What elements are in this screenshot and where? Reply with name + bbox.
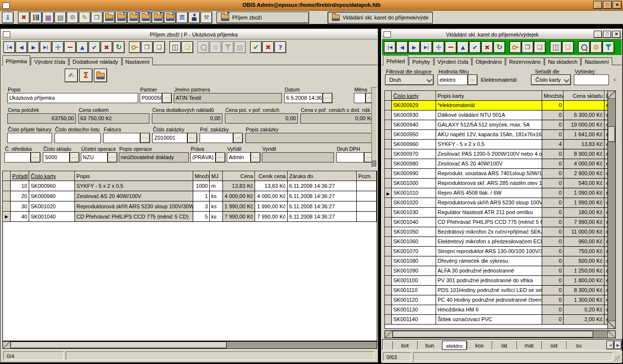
column-header-mj[interactable]: MJ — [210, 171, 223, 181]
table-row[interactable]: ▶SK001010Repro ARS 4508 tlak. / 6W01 090… — [385, 188, 615, 198]
row-selector[interactable] — [385, 266, 392, 275]
maximize-button[interactable]: □ — [603, 1, 612, 9]
column-header-mnozstvi[interactable]: Množství — [193, 171, 210, 181]
reject-button[interactable]: ✖ — [262, 41, 274, 53]
row-selector[interactable] — [385, 276, 392, 285]
tab-nastaveni[interactable]: Nastavení — [581, 57, 612, 65]
sum-button[interactable]: Σ — [79, 69, 92, 82]
next-button[interactable]: ▶ — [408, 41, 420, 53]
column-header-cenik-cena[interactable]: Ceník cena — [255, 171, 288, 181]
bottom-tabs-scroll-left-button[interactable]: ◀ — [606, 341, 614, 349]
vyridil-browse-button[interactable]: ··· — [251, 152, 260, 163]
minimize-button[interactable]: _ — [593, 1, 602, 9]
popis-value[interactable]: Ukázková příjemka — [7, 93, 138, 103]
paste-button[interactable]: ❏ — [153, 41, 165, 53]
next-button[interactable]: ▶ — [28, 41, 39, 53]
last-button[interactable]: ▶| — [421, 41, 432, 53]
cislo-zakazky-browse-button[interactable]: ··· — [187, 133, 197, 143]
row-selector[interactable] — [385, 130, 392, 139]
c-strediska-value[interactable] — [4, 152, 31, 163]
delete-button[interactable]: ✖ — [18, 12, 30, 23]
stock-cards-hscrollbar[interactable] — [385, 330, 616, 338]
hscroll-right-end[interactable] — [607, 331, 615, 338]
faktura-value[interactable] — [103, 133, 140, 143]
badge-button[interactable]: ❏ — [562, 41, 574, 53]
abacus-button[interactable]: ≡ — [176, 12, 188, 23]
cislo-prijate-faktury-value[interactable] — [7, 133, 52, 143]
search-button[interactable] — [578, 41, 590, 53]
column-header-pozn[interactable]: Pozn. — [357, 171, 377, 181]
druh-dph-value[interactable] — [336, 152, 364, 163]
remove-button[interactable]: − — [445, 41, 457, 53]
form-scrollbar[interactable] — [371, 87, 377, 168]
taskbar-button-vkladani-skl-karet-do-prijemek-vydejek[interactable]: Vkládání skl. karet do příjemek/výdejek — [328, 12, 433, 23]
tab-rezervovano[interactable]: Rezervováno — [506, 57, 544, 65]
book-button[interactable]: ◫ — [550, 41, 562, 53]
table-row[interactable]: SK001080Dřevěný rámeček dle výkresu0500,… — [385, 256, 615, 266]
prev-button[interactable]: ◀ — [396, 41, 408, 53]
row-selector[interactable] — [385, 208, 392, 217]
key-button[interactable] — [129, 41, 141, 53]
row-selector[interactable] — [385, 110, 392, 120]
table-row[interactable]: SK001070Stropní reproduktor ARS 130-00/1… — [385, 247, 615, 256]
print-button[interactable]: ▤ — [234, 41, 246, 53]
stock-cards-vscrollbar[interactable] — [607, 91, 615, 328]
badge-button[interactable]: ❏ — [182, 41, 193, 53]
bottom-tab-lat[interactable]: lat — [492, 341, 516, 349]
right-window-titlebar[interactable]: Vkládání skl. karet do příjemek/výdejek … — [382, 30, 622, 39]
table-row[interactable]: SK001040CD Přehrávač PHILIPS CCD 775 (mě… — [385, 218, 615, 227]
up-button[interactable]: ▲ — [76, 41, 88, 53]
folder-sync-button[interactable] — [115, 12, 127, 23]
table-row[interactable]: 20SK000980Zesilovač AS 20 40W/100V1ks4 0… — [3, 191, 377, 201]
cancel-button[interactable]: ✖ — [481, 41, 493, 53]
row-selector[interactable] — [3, 191, 11, 201]
table-row[interactable]: SK001140Štítek označovací PVC02,00 Kčele… — [385, 315, 615, 325]
bottom-tab-bot[interactable]: bot — [392, 341, 417, 349]
cancel-button[interactable]: ✖ — [101, 41, 112, 53]
column-header-popis-karty[interactable]: Popis karty — [436, 91, 542, 100]
bottom-tab-kos[interactable]: kos — [467, 341, 492, 349]
search-execute-button[interactable]: ⚡ — [610, 74, 619, 86]
table-row[interactable]: SK000970Zesilovač PAS 1200-5 200W/100V n… — [385, 149, 615, 159]
hscroll-left-end[interactable] — [3, 342, 11, 348]
refresh-button[interactable]: ↻ — [494, 41, 505, 53]
row-selector[interactable] — [385, 101, 392, 110]
sort-select[interactable]: Číslo karty — [531, 74, 571, 85]
row-selector[interactable] — [385, 198, 392, 207]
row-selector[interactable] — [385, 247, 392, 256]
gear-button[interactable]: ⚙ — [210, 41, 221, 53]
bottom-tab-su[interactable]: su — [566, 341, 591, 349]
open-document-button[interactable]: ✍ — [65, 69, 78, 82]
row-selector-marker[interactable]: ▶ — [385, 188, 392, 198]
first-button[interactable]: |◀ — [3, 41, 15, 53]
prev-button[interactable]: ◀ — [16, 41, 27, 53]
tab-vyrobni-cisla[interactable]: Výrobní čísla — [434, 57, 472, 65]
table-row[interactable]: SK001050Bezdrátový mikrofon 2x ruční+při… — [385, 227, 615, 237]
row-selector-marker[interactable]: ▶ — [3, 212, 11, 221]
row-selector[interactable] — [385, 149, 392, 159]
table-row[interactable]: SK000930Dálkové ovládání NTU 001A06 300,… — [385, 110, 615, 120]
partner-value[interactable]: P0000500 — [140, 93, 162, 103]
tools-button[interactable]: ⚒ — [201, 12, 212, 23]
close-button[interactable]: ✕ — [613, 1, 622, 9]
row-selector[interactable] — [385, 315, 392, 324]
filter-value-browse-button[interactable]: ··· — [468, 74, 477, 85]
row-selector[interactable] — [385, 169, 392, 178]
table-row[interactable]: SK001060Elektretový mikrofon s předzesil… — [385, 237, 615, 247]
exit-button[interactable]: ⇓ — [2, 12, 14, 23]
table-row[interactable]: SK000990Reprodukt. soustava ARS 7401slou… — [385, 169, 615, 179]
row-selector[interactable] — [385, 237, 392, 246]
add-button[interactable]: + — [433, 41, 444, 53]
close-button[interactable]: ✕ — [612, 31, 621, 38]
filter-column-select[interactable]: Druh — [385, 74, 434, 85]
confirm-button[interactable]: ✔ — [469, 41, 481, 53]
cislo-skladu-value[interactable]: S000 — [43, 152, 70, 163]
copy-button[interactable]: ❐ — [91, 12, 103, 23]
table-row[interactable]: SK001030Regulátor hlasitosti ATR 211 pod… — [385, 208, 615, 218]
resize-grip[interactable] — [615, 356, 621, 362]
key-button[interactable] — [510, 41, 521, 53]
partner-browse-button[interactable]: ··· — [162, 93, 172, 103]
refresh-button[interactable]: ↻ — [113, 41, 125, 53]
help-button[interactable]: ? — [275, 41, 286, 53]
cislo-zakazky-value[interactable]: Z010001 — [152, 133, 187, 143]
